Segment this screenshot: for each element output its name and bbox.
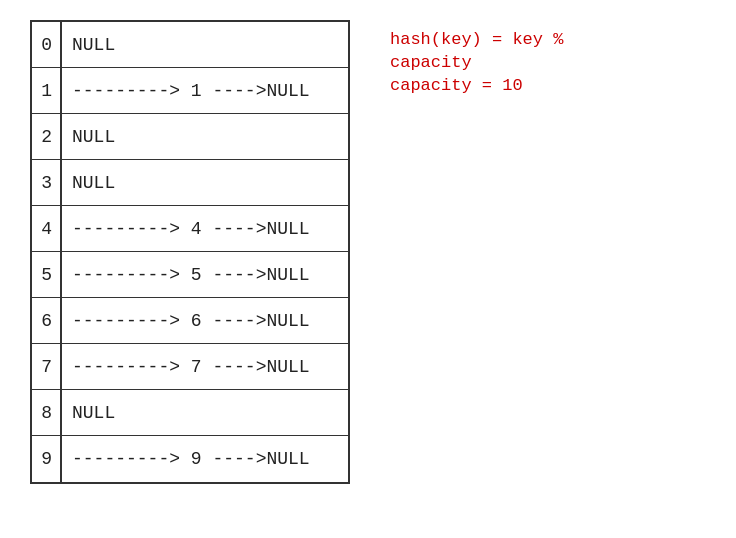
row-content: ---------> 7 ---->NULL [62, 357, 310, 377]
row-content: ---------> 4 ---->NULL [62, 219, 310, 239]
row-index: 0 [32, 22, 62, 67]
row-index: 7 [32, 344, 62, 389]
row-content: ---------> 9 ---->NULL [62, 449, 310, 469]
row-content: NULL [62, 35, 115, 55]
table-row: 5---------> 5 ---->NULL [32, 252, 348, 298]
hash-table: 0NULL1---------> 1 ---->NULL2NULL3NULL4-… [30, 20, 350, 484]
table-row: 8NULL [32, 390, 348, 436]
row-content: NULL [62, 173, 115, 193]
info-panel: hash(key) = key % capacity capacity = 10 [390, 30, 563, 484]
info-line-2: capacity [390, 53, 563, 72]
row-index: 2 [32, 114, 62, 159]
table-row: 3NULL [32, 160, 348, 206]
info-line-3: capacity = 10 [390, 76, 563, 95]
table-row: 0NULL [32, 22, 348, 68]
row-content: NULL [62, 403, 115, 423]
main-container: 0NULL1---------> 1 ---->NULL2NULL3NULL4-… [30, 20, 706, 484]
row-index: 4 [32, 206, 62, 251]
row-index: 6 [32, 298, 62, 343]
table-row: 7---------> 7 ---->NULL [32, 344, 348, 390]
row-index: 8 [32, 390, 62, 435]
row-content: ---------> 6 ---->NULL [62, 311, 310, 331]
table-row: 6---------> 6 ---->NULL [32, 298, 348, 344]
row-index: 9 [32, 436, 62, 482]
row-content: ---------> 1 ---->NULL [62, 81, 310, 101]
table-row: 2NULL [32, 114, 348, 160]
info-line-1: hash(key) = key % [390, 30, 563, 49]
row-content: NULL [62, 127, 115, 147]
table-row: 1---------> 1 ---->NULL [32, 68, 348, 114]
row-index: 3 [32, 160, 62, 205]
row-content: ---------> 5 ---->NULL [62, 265, 310, 285]
table-row: 9---------> 9 ---->NULL [32, 436, 348, 482]
row-index: 1 [32, 68, 62, 113]
row-index: 5 [32, 252, 62, 297]
table-row: 4---------> 4 ---->NULL [32, 206, 348, 252]
